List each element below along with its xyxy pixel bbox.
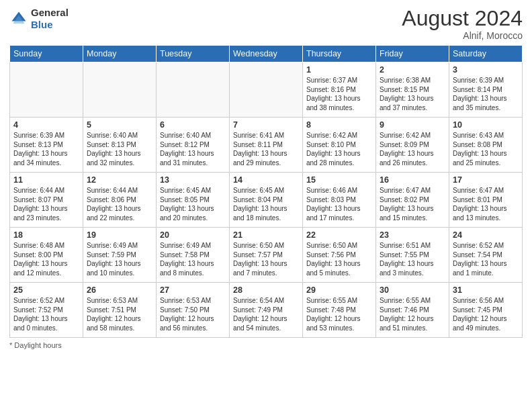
cell-info: Sunrise: 6:52 AMSunset: 7:52 PMDaylight:… xyxy=(13,296,79,332)
cell-info: Sunrise: 6:39 AMSunset: 8:14 PMDaylight:… xyxy=(453,76,519,112)
cell-info: Sunrise: 6:38 AMSunset: 8:15 PMDaylight:… xyxy=(380,76,445,112)
logo-blue: Blue xyxy=(31,19,53,30)
day-number: 20 xyxy=(160,230,226,240)
cell-w2-d7: 10 Sunrise: 6:43 AMSunset: 8:08 PMDaylig… xyxy=(449,118,523,173)
calendar-table: Sunday Monday Tuesday Wednesday Thursday… xyxy=(9,45,523,338)
cell-w1-d5: 1 Sunrise: 6:37 AMSunset: 8:16 PMDayligh… xyxy=(303,62,376,118)
cell-info: Sunrise: 6:50 AMSunset: 7:56 PMDaylight:… xyxy=(306,241,372,277)
cell-w2-d6: 9 Sunrise: 6:42 AMSunset: 8:09 PMDayligh… xyxy=(376,118,449,173)
cell-w3-d3: 13 Sunrise: 6:45 AMSunset: 8:05 PMDaylig… xyxy=(157,173,230,228)
day-number: 7 xyxy=(233,120,299,130)
day-number: 4 xyxy=(13,120,79,130)
week-row-4: 18 Sunrise: 6:48 AMSunset: 8:00 PMDaylig… xyxy=(10,228,523,283)
day-number: 23 xyxy=(380,230,445,240)
header: General Blue August 2024 Alnif, Morocco xyxy=(9,7,523,41)
cell-w1-d4 xyxy=(230,62,303,118)
cell-info: Sunrise: 6:54 AMSunset: 7:49 PMDaylight:… xyxy=(233,296,299,332)
cell-info: Sunrise: 6:47 AMSunset: 8:02 PMDaylight:… xyxy=(380,186,445,222)
cell-w4-d7: 24 Sunrise: 6:52 AMSunset: 7:54 PMDaylig… xyxy=(449,228,523,283)
cell-w4-d5: 22 Sunrise: 6:50 AMSunset: 7:56 PMDaylig… xyxy=(303,228,376,283)
cell-info: Sunrise: 6:55 AMSunset: 7:48 PMDaylight:… xyxy=(306,296,372,332)
cell-w4-d1: 18 Sunrise: 6:48 AMSunset: 8:00 PMDaylig… xyxy=(10,228,83,283)
day-number: 5 xyxy=(87,120,152,130)
cell-w1-d1 xyxy=(10,62,83,118)
month-year: August 2024 xyxy=(402,7,523,30)
cell-info: Sunrise: 6:45 AMSunset: 8:05 PMDaylight:… xyxy=(160,186,226,222)
footer-note: * Daylight hours xyxy=(9,341,523,349)
page-container: General Blue August 2024 Alnif, Morocco … xyxy=(0,0,532,411)
day-number: 19 xyxy=(87,230,152,240)
cell-w4-d6: 23 Sunrise: 6:51 AMSunset: 7:55 PMDaylig… xyxy=(376,228,449,283)
cell-info: Sunrise: 6:53 AMSunset: 7:50 PMDaylight:… xyxy=(160,296,226,332)
day-number: 16 xyxy=(380,175,445,185)
cell-info: Sunrise: 6:50 AMSunset: 7:57 PMDaylight:… xyxy=(233,241,299,277)
day-number: 3 xyxy=(453,65,519,75)
cell-info: Sunrise: 6:45 AMSunset: 8:04 PMDaylight:… xyxy=(233,186,299,222)
cell-info: Sunrise: 6:43 AMSunset: 8:08 PMDaylight:… xyxy=(453,131,519,167)
day-number: 22 xyxy=(306,230,372,240)
cell-w3-d4: 14 Sunrise: 6:45 AMSunset: 8:04 PMDaylig… xyxy=(230,173,303,228)
day-number: 1 xyxy=(306,65,372,75)
week-row-2: 4 Sunrise: 6:39 AMSunset: 8:13 PMDayligh… xyxy=(10,118,523,173)
calendar-header-row: Sunday Monday Tuesday Wednesday Thursday… xyxy=(10,46,523,62)
cell-w2-d1: 4 Sunrise: 6:39 AMSunset: 8:13 PMDayligh… xyxy=(10,118,83,173)
cell-w5-d1: 25 Sunrise: 6:52 AMSunset: 7:52 PMDaylig… xyxy=(10,283,83,338)
cell-w1-d3 xyxy=(157,62,230,118)
day-number: 29 xyxy=(306,285,372,295)
cell-w3-d5: 15 Sunrise: 6:46 AMSunset: 8:03 PMDaylig… xyxy=(303,173,376,228)
day-number: 2 xyxy=(380,65,445,75)
cell-w5-d6: 30 Sunrise: 6:55 AMSunset: 7:46 PMDaylig… xyxy=(376,283,449,338)
cell-w5-d7: 31 Sunrise: 6:56 AMSunset: 7:45 PMDaylig… xyxy=(449,283,523,338)
col-friday: Friday xyxy=(376,46,449,62)
cell-w2-d3: 6 Sunrise: 6:40 AMSunset: 8:12 PMDayligh… xyxy=(157,118,230,173)
day-number: 15 xyxy=(306,175,372,185)
cell-info: Sunrise: 6:39 AMSunset: 8:13 PMDaylight:… xyxy=(13,131,79,167)
cell-info: Sunrise: 6:52 AMSunset: 7:54 PMDaylight:… xyxy=(453,241,519,277)
col-saturday: Saturday xyxy=(449,46,523,62)
location: Alnif, Morocco xyxy=(402,30,523,41)
week-row-3: 11 Sunrise: 6:44 AMSunset: 8:07 PMDaylig… xyxy=(10,173,523,228)
cell-w5-d3: 27 Sunrise: 6:53 AMSunset: 7:50 PMDaylig… xyxy=(157,283,230,338)
day-number: 10 xyxy=(453,120,519,130)
cell-info: Sunrise: 6:51 AMSunset: 7:55 PMDaylight:… xyxy=(380,241,445,277)
day-number: 21 xyxy=(233,230,299,240)
title-block: August 2024 Alnif, Morocco xyxy=(402,7,523,41)
cell-w2-d5: 8 Sunrise: 6:42 AMSunset: 8:10 PMDayligh… xyxy=(303,118,376,173)
cell-info: Sunrise: 6:47 AMSunset: 8:01 PMDaylight:… xyxy=(453,186,519,222)
day-number: 17 xyxy=(453,175,519,185)
cell-w3-d1: 11 Sunrise: 6:44 AMSunset: 8:07 PMDaylig… xyxy=(10,173,83,228)
logo-icon xyxy=(9,9,28,28)
day-number: 31 xyxy=(453,285,519,295)
cell-info: Sunrise: 6:55 AMSunset: 7:46 PMDaylight:… xyxy=(380,296,445,332)
day-number: 13 xyxy=(160,175,226,185)
day-number: 8 xyxy=(306,120,372,130)
cell-info: Sunrise: 6:40 AMSunset: 8:12 PMDaylight:… xyxy=(160,131,226,167)
cell-w2-d2: 5 Sunrise: 6:40 AMSunset: 8:13 PMDayligh… xyxy=(83,118,157,173)
logo-general: General xyxy=(31,7,69,18)
cell-info: Sunrise: 6:44 AMSunset: 8:06 PMDaylight:… xyxy=(87,186,152,222)
cell-info: Sunrise: 6:41 AMSunset: 8:11 PMDaylight:… xyxy=(233,131,299,167)
col-sunday: Sunday xyxy=(10,46,83,62)
day-number: 24 xyxy=(453,230,519,240)
cell-info: Sunrise: 6:56 AMSunset: 7:45 PMDaylight:… xyxy=(453,296,519,332)
cell-w5-d4: 28 Sunrise: 6:54 AMSunset: 7:49 PMDaylig… xyxy=(230,283,303,338)
col-tuesday: Tuesday xyxy=(157,46,230,62)
cell-info: Sunrise: 6:46 AMSunset: 8:03 PMDaylight:… xyxy=(306,186,372,222)
cell-info: Sunrise: 6:40 AMSunset: 8:13 PMDaylight:… xyxy=(87,131,152,167)
cell-info: Sunrise: 6:37 AMSunset: 8:16 PMDaylight:… xyxy=(306,76,372,112)
day-number: 9 xyxy=(380,120,445,130)
cell-info: Sunrise: 6:49 AMSunset: 7:58 PMDaylight:… xyxy=(160,241,226,277)
cell-w1-d6: 2 Sunrise: 6:38 AMSunset: 8:15 PMDayligh… xyxy=(376,62,449,118)
logo: General Blue xyxy=(9,7,69,31)
cell-w3-d6: 16 Sunrise: 6:47 AMSunset: 8:02 PMDaylig… xyxy=(376,173,449,228)
cell-w4-d4: 21 Sunrise: 6:50 AMSunset: 7:57 PMDaylig… xyxy=(230,228,303,283)
col-monday: Monday xyxy=(83,46,157,62)
day-number: 6 xyxy=(160,120,226,130)
col-thursday: Thursday xyxy=(303,46,376,62)
day-number: 14 xyxy=(233,175,299,185)
cell-w4-d3: 20 Sunrise: 6:49 AMSunset: 7:58 PMDaylig… xyxy=(157,228,230,283)
cell-info: Sunrise: 6:42 AMSunset: 8:10 PMDaylight:… xyxy=(306,131,372,167)
day-number: 26 xyxy=(87,285,152,295)
week-row-5: 25 Sunrise: 6:52 AMSunset: 7:52 PMDaylig… xyxy=(10,283,523,338)
day-number: 25 xyxy=(13,285,79,295)
